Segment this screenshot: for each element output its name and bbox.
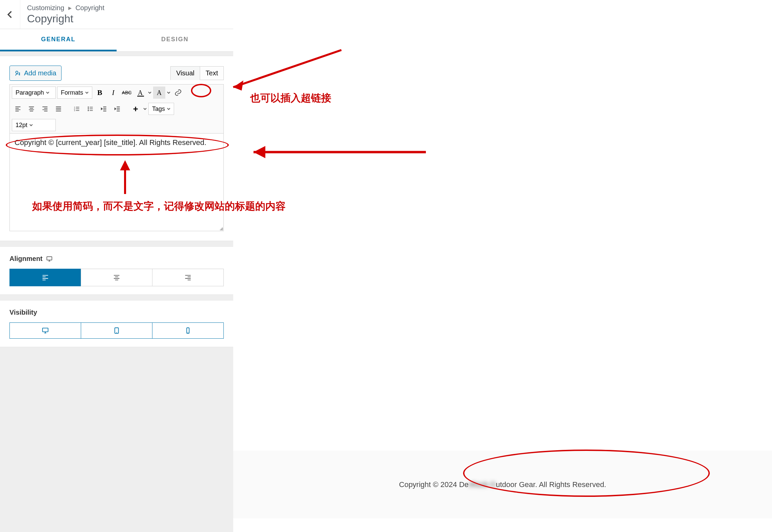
visibility-buttons [9,322,224,339]
indent-button[interactable] [111,103,123,115]
bg-color-button[interactable]: A [153,87,165,99]
paragraph-select-label: Paragraph [16,89,44,96]
svg-point-12 [188,332,188,333]
bg-color-dropdown[interactable] [167,91,171,94]
alignment-label: Alignment [9,255,224,263]
svg-point-4 [88,106,89,107]
editor-mode-tabs: Visual Text [170,66,224,80]
formats-select[interactable]: Formats [57,87,92,99]
svg-rect-7 [47,257,52,260]
align-right-button[interactable] [39,103,51,115]
bold-button[interactable]: B [94,87,106,99]
editor-content[interactable]: Copyright © [current_year] [site_title].… [9,133,224,231]
strikethrough-button[interactable]: ABC [121,87,133,99]
breadcrumb-current: Copyright [75,4,104,11]
italic-button[interactable]: I [107,87,119,99]
align-center-icon [28,105,35,112]
chevron-down-icon [29,123,33,127]
align-center-icon [113,274,120,281]
visibility-section: Visibility [0,300,233,347]
tablet-icon [113,327,120,334]
indent-icon [114,105,121,112]
editor-section: Add media Visual Text Paragraph Formats … [0,56,233,241]
chevron-down-icon [85,91,89,94]
visibility-desktop[interactable] [9,322,81,339]
chevron-down-icon [167,107,170,111]
unordered-list-icon [87,105,94,112]
align-center-option[interactable] [81,269,152,286]
alignment-buttons [9,269,224,286]
tags-select-label: Tags [152,105,165,113]
footer-pre: Copyright © 2024 De [399,480,469,489]
alignment-section: Alignment [0,246,233,295]
align-left-button[interactable] [12,103,24,115]
align-right-icon [42,105,48,112]
visibility-mobile[interactable] [152,322,224,339]
panel-header: Customizing ▸ Copyright Copyright [0,0,233,29]
chevron-down-icon [148,91,151,94]
preview-area: Copyright © 2024 DerRock Outdoor Gear. A… [233,0,772,532]
tab-design[interactable]: DESIGN [117,29,233,51]
visibility-label: Visibility [9,309,224,316]
add-media-label: Add media [24,69,56,77]
add-media-button[interactable]: Add media [9,66,62,81]
editor-top: Add media Visual Text [9,66,224,81]
ordered-list-button[interactable]: 123 [71,103,83,115]
align-left-icon [42,274,49,281]
link-button[interactable] [172,87,184,99]
footer-blur: rRock O [468,480,496,489]
editor-text: Copyright © [current_year] [site_title].… [15,138,207,147]
unordered-list-button[interactable] [84,103,96,115]
fontsize-label: 12pt [16,122,27,129]
section-tabs: GENERAL DESIGN [0,29,233,52]
ordered-list-icon: 123 [73,105,80,112]
insert-dropdown[interactable] [143,107,147,111]
svg-point-6 [88,110,89,111]
text-color-button[interactable]: A [134,87,146,99]
formats-select-label: Formats [61,89,83,96]
desktop-icon [42,327,49,334]
visibility-tablet[interactable] [81,322,152,339]
footer-copyright-text: Copyright © 2024 DerRock Outdoor Gear. A… [399,480,606,489]
editor-tab-text[interactable]: Text [200,66,224,80]
toolbar-row-2: 123 + Tags [9,101,224,117]
page-title: Copyright [27,13,104,25]
footer-preview: Copyright © 2024 DerRock Outdoor Gear. A… [233,451,772,518]
paragraph-select[interactable]: Paragraph [12,87,56,99]
tab-general[interactable]: GENERAL [0,29,117,51]
chevron-down-icon [46,91,49,94]
tags-select[interactable]: Tags [148,103,174,115]
chevron-down-icon [143,107,147,111]
align-center-button[interactable] [25,103,38,115]
breadcrumb-sep-icon: ▸ [68,4,72,11]
toolbar-row-3: 12pt [9,117,224,133]
editor-tab-visual[interactable]: Visual [170,66,200,80]
breadcrumb: Customizing ▸ Copyright [27,4,104,12]
align-left-option[interactable] [9,269,81,286]
footer-post: utdoor Gear. All Rights Reserved. [496,480,606,489]
outdent-button[interactable] [98,103,110,115]
outdent-icon [100,105,107,112]
insert-button[interactable]: + [129,103,142,115]
svg-rect-8 [43,328,48,332]
fontsize-select[interactable]: 12pt [12,119,56,131]
desktop-icon [46,256,53,262]
align-left-icon [15,105,21,112]
breadcrumb-root: Customizing [27,4,64,11]
alignment-label-text: Alignment [9,255,43,263]
svg-point-0 [16,71,18,73]
text-color-dropdown[interactable] [148,91,152,94]
visibility-label-text: Visibility [9,309,37,316]
svg-text:3: 3 [74,110,75,112]
svg-point-10 [116,332,117,333]
customizer-panel: Customizing ▸ Copyright Copyright GENERA… [0,0,233,532]
svg-point-5 [88,108,89,109]
toolbar-row-1: Paragraph Formats B I ABC A A [9,84,224,101]
header-text: Customizing ▸ Copyright Copyright [20,0,111,28]
align-right-option[interactable] [152,269,224,286]
back-button[interactable] [0,0,20,29]
mobile-icon [184,327,192,334]
align-right-icon [184,274,192,281]
media-icon [15,70,21,77]
align-justify-button[interactable] [52,103,65,115]
